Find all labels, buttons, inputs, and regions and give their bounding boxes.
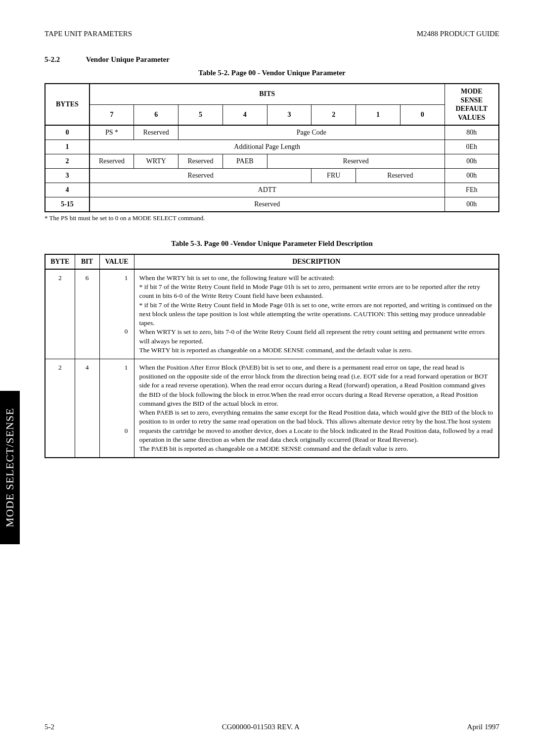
table-field-description: BYTE BIT VALUE DESCRIPTION 2 6 1 0 When … — [44, 254, 499, 458]
th-b3: 3 — [267, 104, 312, 125]
table-vendor-unique-parameter: BYTES BITS MODE SENSE DEFAULT VALUES 7 6… — [44, 83, 499, 212]
th-bit: BIT — [75, 254, 99, 269]
th-b2: 2 — [312, 104, 356, 125]
th-b7: 7 — [89, 104, 134, 125]
desc-wrty: When the WRTY bit is set to one, the fol… — [134, 269, 499, 359]
table-row: 5-15 Reserved 00h — [45, 197, 499, 212]
th-b4: 4 — [222, 104, 267, 125]
table1-caption: Table 5-2. Page 00 - Vendor Unique Param… — [44, 69, 499, 77]
side-tab-label: MODE SELECT/SENSE — [3, 408, 16, 527]
table-row: 0 PS * Reserved Page Code 80h — [45, 125, 499, 140]
footer-right: April 1997 — [467, 723, 499, 731]
header-right: M2488 PRODUCT GUIDE — [417, 30, 499, 38]
section-heading: 5-2.2 Vendor Unique Parameter — [44, 55, 499, 64]
page-footer: 5-2 CG00000-011503 REV. A April 1997 — [44, 723, 499, 731]
th-mode: MODE SENSE DEFAULT VALUES — [445, 84, 499, 125]
th-value: VALUE — [99, 254, 134, 269]
th-b0: 0 — [400, 104, 445, 125]
table-row: 4 ADTT FEh — [45, 183, 499, 197]
th-bytes: BYTES — [45, 84, 89, 125]
table-row: 2 4 1 0 When the Position After Error Bl… — [45, 359, 499, 458]
table-row: 1 Additional Page Length 0Eh — [45, 140, 499, 154]
th-description: DESCRIPTION — [134, 254, 499, 269]
th-bits: BITS — [89, 84, 445, 104]
section-number: 5-2.2 — [44, 55, 84, 64]
section-title: Vendor Unique Parameter — [86, 55, 170, 63]
table-row: 2 6 1 0 When the WRTY bit is set to one,… — [45, 269, 499, 359]
table-row: 2 Reserved WRTY Reserved PAEB Reserved 0… — [45, 154, 499, 169]
desc-paeb: When the Position After Error Block (PAE… — [134, 359, 499, 458]
footer-left: 5-2 — [44, 723, 54, 731]
table1-footnote: * The PS bit must be set to 0 on a MODE … — [44, 214, 499, 222]
th-b6: 6 — [134, 104, 178, 125]
page-header: TAPE UNIT PARAMETERS M2488 PRODUCT GUIDE — [44, 30, 499, 38]
th-byte: BYTE — [45, 254, 75, 269]
th-b5: 5 — [178, 104, 223, 125]
footer-center: CG00000-011503 REV. A — [222, 723, 300, 731]
table2-caption: Table 5-3. Page 00 -Vendor Unique Parame… — [44, 239, 499, 248]
side-tab: MODE SELECT/SENSE — [0, 391, 20, 544]
th-b1: 1 — [356, 104, 400, 125]
header-left: TAPE UNIT PARAMETERS — [44, 30, 132, 38]
table-row: 3 Reserved FRU Reserved 00h — [45, 169, 499, 183]
